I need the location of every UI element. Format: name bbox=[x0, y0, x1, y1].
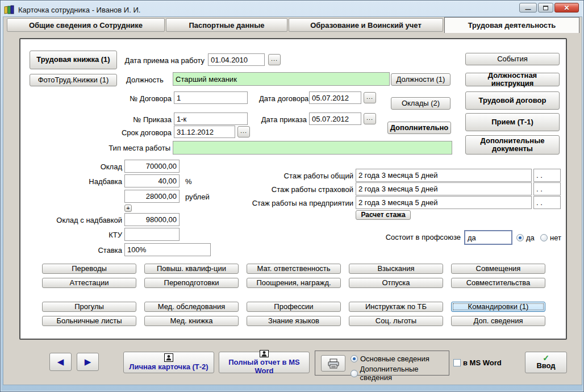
attestations-button[interactable]: Аттестации bbox=[42, 278, 136, 288]
second-jobs-button[interactable]: Совместительства bbox=[451, 278, 545, 288]
prev-record-button[interactable]: ◀ bbox=[49, 353, 72, 371]
tab-education[interactable]: Образование и Воинский учет bbox=[289, 18, 443, 32]
additional-info-button[interactable]: Доп. сведения bbox=[451, 316, 545, 326]
business-trips-button[interactable]: Командировки (1) bbox=[451, 302, 545, 312]
hire-date-field[interactable] bbox=[208, 53, 265, 66]
enter-button-label: Ввод bbox=[536, 362, 555, 370]
additional-button[interactable]: Дополнительно bbox=[387, 122, 451, 134]
photo-work-book-button[interactable]: ФотоТруд.Книжки (1) bbox=[30, 74, 117, 86]
salary-label: Оклад bbox=[55, 162, 122, 171]
tab-general[interactable]: Общие сведения о Сотруднике bbox=[7, 18, 165, 32]
events-button[interactable]: События bbox=[465, 53, 560, 65]
retraining-button[interactable]: Переподготовки bbox=[144, 278, 239, 288]
positions-list-button[interactable]: Должности (1) bbox=[391, 73, 450, 86]
qualification-up-button[interactable]: Повыш. квалиф-ции bbox=[144, 264, 239, 274]
contract-date-label: Дата договора bbox=[259, 94, 307, 103]
bonus-percent-field[interactable] bbox=[124, 174, 180, 187]
union-yes-radio[interactable] bbox=[516, 234, 524, 241]
full-report-word-label: Полный отчет в MS Word bbox=[219, 358, 309, 375]
order-date-label: Дата приказа bbox=[259, 115, 307, 124]
personal-card-t2-button[interactable]: Личная карточка (Т-2) bbox=[123, 352, 214, 373]
print-additional-option[interactable]: Дополнительные сведения bbox=[351, 365, 449, 382]
salary-field[interactable] bbox=[124, 160, 180, 173]
print-button[interactable] bbox=[321, 355, 345, 372]
close-button[interactable]: ✕ bbox=[554, 3, 579, 12]
transfers-button[interactable]: Переводы bbox=[42, 264, 136, 274]
contract-term-picker-button[interactable]: ... bbox=[237, 126, 250, 137]
title-bar: Карточка сотрудника - Иванов И. И. — ✕ bbox=[4, 3, 580, 16]
print-main-option[interactable]: Основные сведения bbox=[351, 355, 429, 363]
salary-total-field[interactable] bbox=[124, 213, 180, 226]
contract-date-picker-button[interactable]: ... bbox=[364, 92, 376, 103]
printer-icon bbox=[327, 358, 340, 369]
order-date-field[interactable] bbox=[309, 112, 361, 125]
print-additional-radio[interactable] bbox=[351, 370, 358, 377]
hire-date-label: Дата приема на работу bbox=[123, 56, 205, 65]
plus-button[interactable]: + bbox=[124, 205, 132, 212]
contract-date-field[interactable] bbox=[309, 91, 361, 104]
salary-total-label: Оклад с надбавкой bbox=[43, 216, 122, 224]
maximize-icon bbox=[543, 6, 548, 10]
union-no-option[interactable]: нет bbox=[540, 233, 561, 242]
enter-button[interactable]: ✓ Ввод bbox=[525, 352, 567, 373]
experience-total-date-field[interactable] bbox=[533, 169, 561, 182]
experience-insured-field[interactable] bbox=[356, 182, 532, 195]
position-field[interactable] bbox=[173, 72, 390, 86]
safety-briefing-button[interactable]: Инструктаж по ТБ bbox=[349, 302, 443, 312]
ms-word-checkbox-row[interactable]: в MS Word bbox=[453, 358, 502, 367]
bonus-rubles-field[interactable] bbox=[124, 190, 180, 203]
penalties-button[interactable]: Взыскания bbox=[349, 264, 443, 274]
word-document-icon bbox=[260, 350, 269, 357]
contract-no-field[interactable] bbox=[174, 91, 248, 104]
experience-company-field[interactable] bbox=[356, 196, 532, 209]
bonus-label: Надбавка bbox=[55, 177, 122, 186]
medical-exams-button[interactable]: Мед. обследования bbox=[144, 302, 239, 312]
next-record-button[interactable]: ▶ bbox=[77, 353, 99, 371]
ms-word-checkbox[interactable] bbox=[453, 359, 461, 366]
experience-insured-date-field[interactable] bbox=[533, 182, 561, 195]
medical-book-button[interactable]: Мед. книжка bbox=[144, 316, 239, 326]
order-date-picker-button[interactable]: ... bbox=[364, 113, 376, 124]
word-document-icon bbox=[164, 353, 173, 362]
hire-t1-button[interactable]: Прием (Т-1) bbox=[465, 113, 560, 131]
union-field[interactable] bbox=[464, 230, 512, 245]
full-report-word-button[interactable]: Полный отчет в MS Word bbox=[219, 352, 310, 373]
experience-company-date-field[interactable] bbox=[533, 196, 561, 209]
salaries-list-button[interactable]: Оклады (2) bbox=[391, 97, 450, 110]
combinations-button[interactable]: Совмещения bbox=[451, 264, 545, 274]
job-instruction-button[interactable]: Должностная инструкция bbox=[465, 73, 560, 86]
sick-leaves-button[interactable]: Больничные листы bbox=[42, 316, 136, 326]
material-responsibility-button[interactable]: Мат. ответственность bbox=[247, 264, 341, 274]
labor-contract-button[interactable]: Трудовой договор bbox=[465, 91, 560, 110]
hire-date-picker-button[interactable]: ... bbox=[268, 54, 281, 65]
maximize-button[interactable] bbox=[538, 3, 553, 12]
close-icon: ✕ bbox=[564, 4, 569, 12]
vacations-button[interactable]: Отпуска bbox=[349, 278, 443, 288]
order-no-field[interactable] bbox=[174, 112, 248, 125]
tab-passport[interactable]: Паспортные данные bbox=[166, 18, 287, 32]
absences-button[interactable]: Прогулы bbox=[42, 302, 136, 312]
work-book-button[interactable]: Трудовая книжка (1) bbox=[30, 51, 117, 69]
union-yes-option[interactable]: да bbox=[516, 233, 535, 242]
additional-documents-button[interactable]: Дополнительные документы bbox=[465, 135, 560, 155]
minimize-button[interactable]: — bbox=[519, 3, 537, 12]
ms-word-checkbox-label: в MS Word bbox=[463, 358, 502, 367]
order-no-label: № Приказа bbox=[106, 115, 172, 124]
work-place-type-field[interactable] bbox=[173, 141, 452, 155]
rate-field[interactable] bbox=[124, 243, 211, 256]
union-no-radio[interactable] bbox=[540, 234, 548, 241]
check-icon: ✓ bbox=[543, 355, 549, 361]
languages-button[interactable]: Знание языков bbox=[247, 316, 341, 326]
contract-term-field[interactable] bbox=[174, 126, 235, 138]
professions-button[interactable]: Профессии bbox=[247, 302, 341, 312]
tab-labor-activity[interactable]: Трудовая деятельность bbox=[444, 17, 579, 33]
calc-experience-button[interactable]: Расчет стажа bbox=[356, 210, 411, 220]
social-benefits-button[interactable]: Соц. льготы bbox=[349, 316, 443, 326]
experience-total-label: Стаж работы общий bbox=[236, 172, 353, 180]
rewards-button[interactable]: Поощрения, награжд. bbox=[247, 278, 341, 288]
ktu-field[interactable] bbox=[124, 228, 180, 241]
experience-total-field[interactable] bbox=[356, 169, 532, 182]
print-additional-label: Дополнительные сведения bbox=[360, 365, 449, 382]
union-label: Состоит в профсоюзе bbox=[373, 233, 461, 241]
print-main-radio[interactable] bbox=[351, 355, 358, 362]
